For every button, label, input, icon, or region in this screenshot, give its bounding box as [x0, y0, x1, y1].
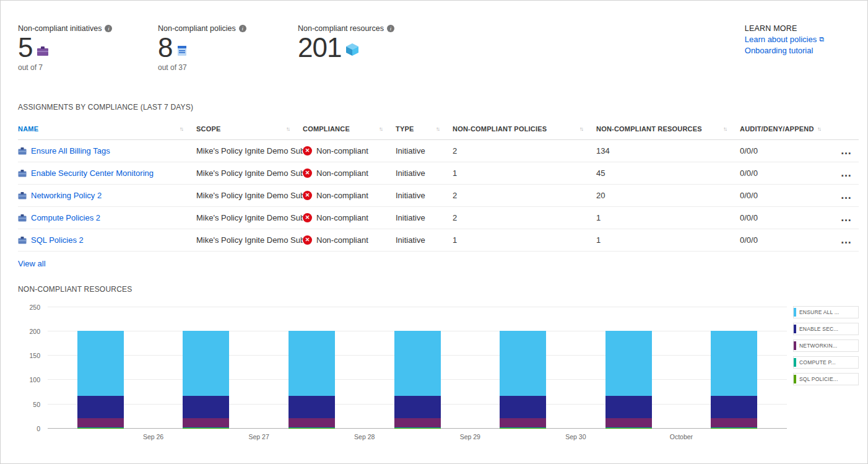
stacked-bar[interactable] — [500, 307, 546, 429]
sort-icon: ↑↓ — [579, 126, 583, 132]
chart-section-title: NON-COMPLIANT RESOURCES — [1, 285, 867, 294]
noncompliant-resources-cell: 134 — [596, 146, 740, 155]
bar-segment-enable-sec — [605, 396, 652, 418]
stacked-bar[interactable] — [605, 307, 652, 429]
assignment-name-link[interactable]: SQL Policies 2 — [31, 235, 84, 245]
type-cell: Initiative — [396, 191, 453, 200]
table-body: Ensure All Billing Tags Mike's Policy Ig… — [18, 140, 859, 252]
audit-deny-append-cell: 0/0/0 — [740, 146, 834, 155]
x-axis-tick-label: Sep 29 — [460, 433, 480, 440]
bar-segment-networkin — [394, 418, 441, 428]
assignments-section-title: ASSIGNMENTS BY COMPLIANCE (LAST 7 DAYS) — [1, 103, 867, 112]
bar-slot — [470, 307, 576, 429]
legend-swatch — [794, 358, 796, 367]
info-icon[interactable]: i — [239, 25, 246, 32]
column-header-non-compliant-policies[interactable]: NON-COMPLIANT POLICIES↑↓ — [453, 125, 596, 133]
bar-segment-networkin — [711, 418, 757, 428]
compliance-cell: ✕ Non-compliant — [303, 146, 396, 155]
scope-cell: Mike's Policy Ignite Demo Sub — [196, 191, 303, 200]
stat-value: 201 — [298, 35, 341, 61]
assignment-name-link[interactable]: Compute Policies 2 — [31, 213, 100, 222]
noncompliant-resources-chart: 050100150200250 Sep 26Sep 27Sep 28Sep 29… — [1, 301, 867, 444]
noncompliant-policies-cell: 1 — [453, 169, 596, 178]
noncompliant-policies-cell: 2 — [453, 191, 596, 200]
noncompliant-resources-cell: 45 — [596, 169, 740, 178]
stat-noncompliant-initiatives: Non-compliant initiatives i 5 out of 7 — [18, 24, 122, 72]
name-cell: Compute Policies 2 — [18, 213, 196, 222]
legend-item-enable-sec[interactable]: ENABLE SEC... — [793, 323, 859, 335]
stacked-bar[interactable] — [289, 307, 335, 429]
bar-slot — [259, 307, 365, 429]
bar-segment-enable-sec — [500, 396, 546, 418]
bar-segment-ensure-all — [289, 331, 335, 396]
y-axis-tick-label: 100 — [29, 376, 40, 383]
table-row: Compute Policies 2 Mike's Policy Ignite … — [18, 207, 859, 229]
info-icon[interactable]: i — [105, 25, 112, 32]
legend-item-sql-policie[interactable]: SQL POLICIE... — [793, 373, 859, 385]
column-header-name[interactable]: NAME↑↓ — [18, 125, 196, 133]
column-header-type[interactable]: TYPE↑↓ — [396, 125, 453, 133]
legend-item-ensure-all[interactable]: ENSURE ALL ... — [793, 306, 859, 318]
chart-x-axis: Sep 26Sep 27Sep 28Sep 29Sep 30October — [48, 429, 787, 444]
assignment-name-link[interactable]: Networking Policy 2 — [31, 191, 102, 200]
bar-segment-ensure-all — [77, 331, 124, 396]
assignment-icon — [18, 169, 27, 177]
row-menu-button[interactable]: … — [834, 234, 859, 247]
column-header-compliance[interactable]: COMPLIANCE↑↓ — [303, 125, 396, 133]
stat-value: 8 — [158, 35, 172, 61]
noncompliant-policies-cell: 2 — [453, 146, 596, 155]
sort-icon: ↑↓ — [723, 126, 726, 132]
chart-plot — [48, 307, 787, 429]
audit-deny-append-cell: 0/0/0 — [740, 169, 834, 178]
column-header-non-compliant-resources[interactable]: NON-COMPLIANT RESOURCES↑↓ — [596, 125, 740, 133]
non-compliant-icon: ✕ — [303, 235, 312, 245]
legend-swatch — [794, 341, 796, 350]
sort-icon: ↑↓ — [379, 126, 382, 132]
bar-segment-ensure-all — [183, 331, 229, 396]
legend-label: SQL POLICIE... — [799, 376, 838, 382]
view-all-link[interactable]: View all — [18, 259, 46, 268]
info-icon[interactable]: i — [387, 25, 394, 32]
onboarding-tutorial-link[interactable]: Onboarding tutorial — [745, 46, 824, 55]
stacked-bar[interactable] — [183, 307, 229, 429]
y-axis-tick-label: 250 — [29, 304, 40, 311]
compliance-cell: ✕ Non-compliant — [303, 235, 396, 245]
x-axis-tick-label: Sep 27 — [249, 433, 269, 440]
table-row: SQL Policies 2 Mike's Policy Ignite Demo… — [18, 229, 859, 252]
sort-icon: ↑↓ — [286, 126, 289, 132]
bar-segment-networkin — [183, 418, 229, 428]
learn-about-policies-link[interactable]: Learn about policies ⧉ — [745, 35, 824, 44]
bar-segment-networkin — [605, 418, 652, 428]
legend-label: ENABLE SEC... — [799, 326, 838, 332]
noncompliant-policies-cell: 2 — [453, 213, 596, 222]
row-menu-button[interactable]: … — [834, 211, 859, 224]
stacked-bar[interactable] — [711, 307, 757, 429]
stat-sub: out of 7 — [18, 63, 122, 72]
type-cell: Initiative — [396, 146, 453, 155]
row-menu-button[interactable]: … — [834, 189, 859, 202]
legend-item-networkin[interactable]: NETWORKIN... — [793, 339, 859, 352]
stacked-bar[interactable] — [394, 307, 441, 429]
table-header-row: NAME↑↓SCOPE↑↓COMPLIANCE↑↓TYPE↑↓NON-COMPL… — [18, 119, 859, 140]
stacked-bar[interactable] — [77, 307, 124, 429]
policy-compliance-page: Non-compliant initiatives i 5 out of 7 N… — [0, 0, 868, 464]
row-menu-button[interactable]: … — [834, 144, 859, 157]
policies-icon — [176, 45, 188, 59]
row-menu-button[interactable]: … — [834, 167, 859, 180]
legend-label: NETWORKIN... — [799, 343, 837, 349]
legend-swatch — [794, 325, 796, 333]
initiatives-icon — [37, 45, 49, 59]
bar-slot — [154, 307, 259, 429]
stat-label: Non-compliant resources — [298, 24, 384, 33]
stats-row: Non-compliant initiatives i 5 out of 7 N… — [1, 1, 867, 72]
legend-item-compute-p[interactable]: COMPUTE P... — [793, 356, 859, 369]
stat-noncompliant-resources: Non-compliant resources i 201 — [298, 24, 402, 63]
non-compliant-icon: ✕ — [303, 169, 312, 178]
bar-segment-networkin — [77, 418, 124, 428]
assignment-name-link[interactable]: Ensure All Billing Tags — [31, 146, 110, 155]
column-header-audit-deny-append[interactable]: AUDIT/DENY/APPEND↑↓ — [740, 125, 834, 133]
column-header-scope[interactable]: SCOPE↑↓ — [196, 125, 303, 133]
scope-cell: Mike's Policy Ignite Demo Sub — [196, 169, 303, 178]
bar-segment-enable-sec — [183, 396, 229, 418]
assignment-name-link[interactable]: Enable Security Center Monitoring — [31, 169, 154, 178]
